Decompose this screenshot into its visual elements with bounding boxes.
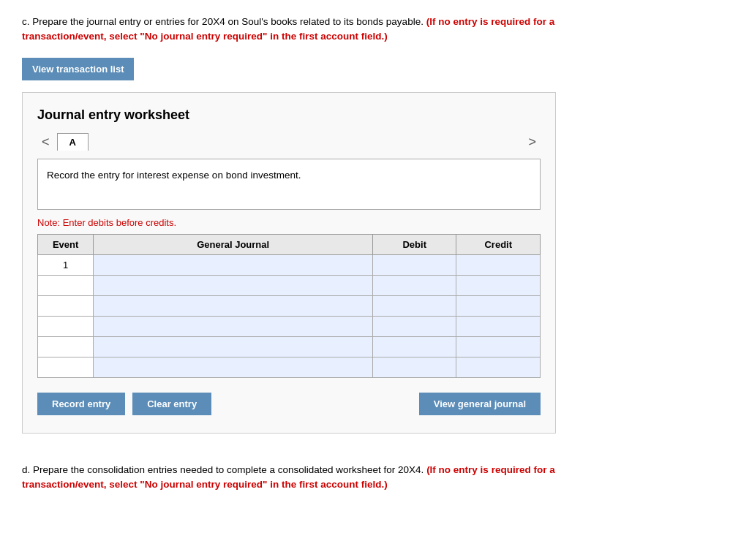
debit-input[interactable] <box>373 255 456 275</box>
table-row <box>38 254 541 275</box>
event-cell[interactable] <box>38 316 94 336</box>
general-journal-input[interactable] <box>94 296 372 316</box>
credit-input[interactable] <box>456 276 540 295</box>
debit-input[interactable] <box>373 337 456 357</box>
event-input[interactable] <box>38 255 93 275</box>
debit-cell[interactable] <box>372 295 456 316</box>
debit-header: Debit <box>372 234 456 254</box>
clear-entry-button[interactable]: Clear entry <box>132 393 211 415</box>
table-row <box>38 357 541 377</box>
general-journal-cell[interactable] <box>94 254 373 275</box>
general-journal-input[interactable] <box>94 317 372 336</box>
debit-input[interactable] <box>373 296 456 316</box>
note-text: Note: Enter debits before credits. <box>37 217 541 228</box>
debit-input[interactable] <box>373 317 456 336</box>
credit-input[interactable] <box>456 357 540 377</box>
table-row <box>38 295 541 316</box>
debit-cell[interactable] <box>372 254 456 275</box>
credit-cell[interactable] <box>456 275 541 295</box>
worksheet-title: Journal entry worksheet <box>37 107 541 123</box>
next-tab-arrow[interactable]: > <box>524 133 541 151</box>
tab-a[interactable]: A <box>57 133 89 151</box>
event-cell[interactable] <box>38 336 94 357</box>
credit-cell[interactable] <box>456 357 541 377</box>
general-journal-cell[interactable] <box>94 295 373 316</box>
journal-table: Event General Journal Debit Credit <box>37 234 541 378</box>
general-journal-input[interactable] <box>94 337 372 357</box>
action-buttons: Record entry Clear entry View general jo… <box>37 393 541 415</box>
general-journal-cell[interactable] <box>94 336 373 357</box>
prev-tab-arrow[interactable]: < <box>37 133 54 151</box>
general-journal-cell[interactable] <box>94 357 373 377</box>
tab-navigation: < A > <box>37 133 541 151</box>
general-journal-input[interactable] <box>94 255 372 275</box>
event-cell[interactable] <box>38 254 94 275</box>
record-entry-button[interactable]: Record entry <box>37 393 125 415</box>
table-row <box>38 316 541 336</box>
part-c-text: c. Prepare the journal entry or entries … <box>22 16 424 27</box>
event-cell[interactable] <box>38 295 94 316</box>
general-journal-cell[interactable] <box>94 316 373 336</box>
journal-entry-worksheet: Journal entry worksheet < A > Record the… <box>22 92 556 434</box>
debit-cell[interactable] <box>372 316 456 336</box>
debit-input[interactable] <box>373 357 456 377</box>
entry-description: Record the entry for interest expense on… <box>37 159 541 210</box>
credit-header: Credit <box>456 234 541 254</box>
credit-cell[interactable] <box>456 254 541 275</box>
event-input[interactable] <box>38 317 93 336</box>
debit-cell[interactable] <box>372 275 456 295</box>
part-d-text: d. Prepare the consolidation entries nee… <box>22 464 424 475</box>
credit-input[interactable] <box>456 255 540 275</box>
event-input[interactable] <box>38 357 93 377</box>
event-input[interactable] <box>38 276 93 295</box>
table-row <box>38 275 541 295</box>
general-journal-input[interactable] <box>94 276 372 295</box>
credit-cell[interactable] <box>456 295 541 316</box>
event-input[interactable] <box>38 296 93 316</box>
credit-input[interactable] <box>456 317 540 336</box>
general-journal-cell[interactable] <box>94 275 373 295</box>
event-header: Event <box>38 234 94 254</box>
part-c-instructions: c. Prepare the journal entry or entries … <box>22 15 556 45</box>
part-d-instructions: d. Prepare the consolidation entries nee… <box>22 463 556 493</box>
credit-cell[interactable] <box>456 316 541 336</box>
event-input[interactable] <box>38 337 93 357</box>
general-journal-header: General Journal <box>94 234 373 254</box>
general-journal-input[interactable] <box>94 357 372 377</box>
credit-input[interactable] <box>456 296 540 316</box>
credit-cell[interactable] <box>456 336 541 357</box>
debit-cell[interactable] <box>372 336 456 357</box>
debit-cell[interactable] <box>372 357 456 377</box>
debit-input[interactable] <box>373 276 456 295</box>
event-cell[interactable] <box>38 357 94 377</box>
table-row <box>38 336 541 357</box>
view-transaction-button[interactable]: View transaction list <box>22 58 134 80</box>
credit-input[interactable] <box>456 337 540 357</box>
view-general-journal-button[interactable]: View general journal <box>419 393 541 415</box>
event-cell[interactable] <box>38 275 94 295</box>
